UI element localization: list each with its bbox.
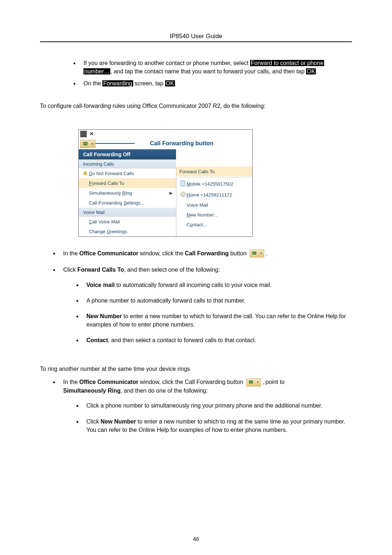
menu-item-label: Call Voice Mail	[89, 219, 120, 224]
ring-sub-new-number: Click New Number to enter a new number t…	[76, 417, 352, 434]
sub-bullet-voice-mail: Voice mail to automatically forward all …	[76, 281, 352, 289]
menu-item-label: Call-Forwarding Settings...	[89, 200, 144, 206]
menu-item-label: Change Greetings	[89, 229, 127, 234]
close-icon: ×	[90, 130, 94, 138]
text: , point to	[262, 379, 285, 385]
menu-header-off: Call Forwarding Off	[79, 149, 176, 159]
sub-bullet-phone-number: A phone number to automatically forward …	[76, 296, 352, 305]
text: Click	[63, 267, 77, 273]
sub-bullet-list: Voice mail to automatically forward all …	[76, 281, 352, 345]
mobile-icon	[179, 181, 187, 187]
menu-section-voicemail: Voice Mail	[79, 208, 176, 217]
bullet-forwarding-screen: On the Forwarding screen, tap OK.	[73, 79, 352, 88]
page-header-title: IP8540 User Guide	[40, 33, 352, 41]
call-forwarding-menu-figure: × ☎▾ Call Forwarding button Call Forward…	[78, 129, 253, 237]
call-forwarding-inline-icon	[250, 250, 264, 258]
menu-item-change-greetings[interactable]: Change Greetings	[79, 227, 176, 236]
text: to automatically forward all incoming ca…	[115, 282, 271, 288]
text: A phone number to automatically forward …	[86, 297, 245, 304]
text: If you are forwarding to another contact…	[83, 60, 250, 66]
text: .	[266, 250, 267, 256]
call-forwarding-button-label: Call Forwarding button	[150, 140, 213, 147]
bullet-office-communicator: In the Office Communicator window, click…	[53, 249, 352, 258]
text: button	[229, 250, 248, 256]
text: , and then do one of the following:	[121, 388, 208, 394]
bold: New Number	[86, 313, 122, 319]
page-number: 46	[0, 536, 392, 542]
submenu-item-label: Contact...	[187, 222, 207, 227]
text: In the	[63, 379, 79, 385]
menu-item-simultaneously-ring[interactable]: Simultaneously Ring ▶	[79, 188, 176, 198]
text: , and tap the contact name that you want…	[110, 68, 306, 74]
menu-item-label: Do Not Forward Calls	[89, 171, 134, 176]
callout-line	[95, 143, 135, 144]
highlight: Forwarding	[102, 80, 133, 86]
text: window, click the	[138, 250, 185, 256]
bold: Forward Calls To	[77, 267, 124, 273]
menu-left-column: Call Forwarding Off Incoming Calls Do No…	[79, 149, 176, 236]
menu-item-forward-calls-to[interactable]: Forward Calls To	[79, 178, 176, 188]
mid-bullet-list: In the Office Communicator window, click…	[53, 249, 352, 274]
bold: Simultaneously Ring	[63, 388, 121, 394]
top-bullet-list: If you are forwarding to another contact…	[73, 59, 352, 88]
ring-bullet-main: In the Office Communicator window, click…	[53, 378, 352, 395]
chevron-right-icon: ▶	[170, 191, 172, 195]
menu-item-do-not-forward[interactable]: Do Not Forward Calls	[79, 169, 176, 178]
highlight: OK	[306, 68, 316, 74]
header-rule	[40, 41, 352, 42]
call-forwarding-button-icon[interactable]: ☎▾	[80, 140, 95, 148]
page: IP8540 User Guide If you are forwarding …	[0, 0, 392, 555]
menu-section-incoming: Incoming Calls	[79, 159, 176, 169]
call-forwarding-inline-icon	[246, 378, 261, 386]
submenu-item-contact[interactable]: Contact...	[176, 220, 252, 230]
submenu-item-voicemail[interactable]: Voice Mail	[176, 200, 252, 210]
highlight: Forward to contact or phone	[250, 60, 324, 66]
highlight: OK	[165, 80, 175, 86]
text: to enter a new number to which to forwar…	[86, 313, 346, 328]
submenu-item-home[interactable]: Home +14258211172	[176, 190, 252, 200]
submenu-item-new-number[interactable]: New Number...	[176, 210, 252, 220]
bold: New Number	[101, 418, 136, 425]
bullet-forward-contact: If you are forwarding to another contact…	[73, 59, 352, 76]
submenu-item-label: Voice Mail	[187, 202, 208, 208]
highlight: number…	[83, 68, 110, 74]
text: Click a phone number to simultaneously r…	[86, 402, 322, 409]
separator	[179, 177, 249, 178]
bold: Office Communicator	[79, 379, 138, 385]
text: On the	[83, 80, 102, 86]
figure-label-row: ☎▾ Call Forwarding button	[79, 138, 252, 149]
menu-item-call-voice-mail[interactable]: Call Voice Mail	[79, 217, 176, 227]
ring-sub-click-number: Click a phone number to simultaneously r…	[76, 401, 352, 410]
menu-item-label: Simultaneously Ring	[89, 190, 132, 196]
menu-body: Call Forwarding Off Incoming Calls Do No…	[79, 149, 252, 236]
submenu-header-forward-to: Forward Calls To	[176, 167, 252, 177]
text: , and then select a contact to forward c…	[108, 337, 256, 343]
text: .	[316, 68, 317, 74]
bold: Contact	[86, 337, 108, 343]
submenu-item-mobile[interactable]: Mobile +14255917502	[176, 178, 252, 190]
ring-bullet-list: In the Office Communicator window, click…	[53, 378, 352, 395]
menu-item-cf-settings[interactable]: Call-Forwarding Settings...	[79, 198, 176, 208]
sub-bullet-contact: Contact, and then select a contact to fo…	[76, 336, 352, 344]
configure-paragraph: To configure call-forwarding rules using…	[40, 102, 352, 110]
text: screen, tap	[133, 80, 165, 86]
text: window, click the Call Forwarding button	[138, 379, 245, 385]
text: Click	[86, 418, 101, 425]
submenu-item-label: New Number...	[187, 212, 218, 218]
sub-bullet-new-number: New Number to enter a new number to whic…	[76, 312, 352, 329]
bold: Voice mail	[86, 282, 115, 288]
menu-right-column: Forward Calls To Mobile +14255917502 Hom…	[176, 167, 252, 236]
submenu-item-label: Mobile +14255917502	[187, 181, 233, 187]
bold: Call Forwarding	[185, 250, 229, 256]
submenu-item-label: Home +14258211172	[187, 192, 232, 198]
minimize-icon	[80, 131, 87, 137]
ring-sub-bullet-list: Click a phone number to simultaneously r…	[76, 401, 352, 434]
menu-item-label: Forward Calls To	[89, 181, 124, 186]
figure-titlebar: ×	[79, 130, 252, 138]
text: , and then select one of the following:	[124, 267, 220, 273]
phone-icon: ☎	[82, 141, 88, 146]
home-icon	[179, 192, 187, 198]
text: .	[175, 80, 176, 86]
ring-paragraph: To ring another number at the same time …	[40, 365, 352, 373]
chevron-down-icon: ▾	[91, 142, 93, 146]
